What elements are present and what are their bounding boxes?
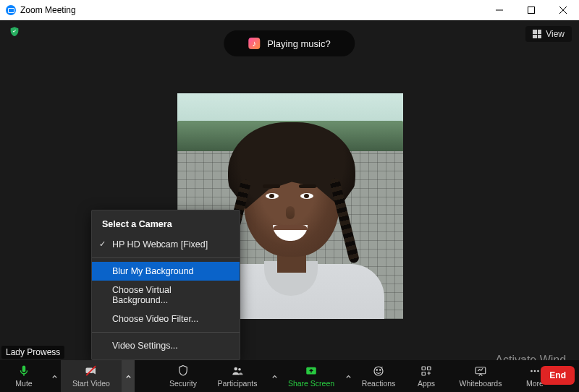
svg-rect-0 [528, 7, 535, 14]
window-close-button[interactable] [547, 0, 579, 20]
menu-divider [92, 332, 240, 333]
end-meeting-button[interactable]: End [541, 366, 575, 385]
security-button[interactable]: Security [159, 360, 207, 392]
start-video-button[interactable]: Start Video [61, 360, 122, 392]
shield-icon [176, 365, 190, 378]
playing-music-prompt[interactable]: ♪ Playing music? [224, 30, 355, 56]
svg-rect-10 [422, 367, 426, 370]
mute-label: Mute [15, 379, 32, 388]
mute-button[interactable]: Mute [0, 360, 48, 392]
reactions-label: Reactions [362, 379, 396, 388]
view-label: View [546, 29, 565, 39]
video-menu-header: Select a Camera [92, 216, 240, 235]
menu-divider [92, 257, 240, 258]
participants-icon [230, 365, 245, 378]
share-screen-button[interactable]: Share Screen [281, 360, 342, 392]
participants-caret[interactable] [268, 360, 281, 392]
microphone-icon [17, 365, 31, 378]
svg-point-14 [531, 370, 533, 372]
security-label: Security [169, 379, 197, 388]
apps-button[interactable]: Apps [402, 360, 450, 392]
audio-options-caret[interactable] [48, 360, 61, 392]
menu-item-virtual-background[interactable]: Choose Virtual Background... [92, 281, 240, 310]
svg-point-7 [374, 367, 383, 375]
whiteboards-label: Whiteboards [460, 379, 502, 388]
svg-point-16 [537, 370, 539, 372]
more-icon [528, 365, 542, 378]
whiteboard-icon [473, 365, 488, 378]
apps-label: Apps [418, 379, 435, 388]
start-video-label: Start Video [72, 379, 110, 388]
share-screen-caret[interactable] [342, 360, 355, 392]
window-minimize-button[interactable] [483, 0, 515, 20]
grid-icon [533, 30, 541, 38]
window-maximize-button[interactable] [515, 0, 547, 20]
video-options-menu: Select a Camera HP HD Webcam [Fixed] Blu… [91, 210, 240, 360]
reactions-button[interactable]: Reactions [355, 360, 402, 392]
whiteboards-button[interactable]: Whiteboards [450, 360, 511, 392]
window-titlebar: Zoom Meeting [0, 0, 579, 20]
svg-point-15 [534, 370, 536, 372]
svg-point-8 [376, 370, 378, 371]
meeting-toolbar: Mute Start Video Security Participants S… [0, 360, 579, 392]
svg-rect-11 [428, 367, 431, 370]
video-off-icon [84, 365, 98, 378]
participants-label: Participants [218, 379, 258, 388]
svg-rect-12 [422, 372, 426, 376]
zoom-app-icon [6, 5, 16, 15]
svg-point-5 [238, 368, 241, 371]
encryption-shield-icon[interactable] [9, 26, 20, 40]
smile-icon [371, 365, 386, 378]
menu-item-blur-background[interactable]: Blur My Background [92, 262, 240, 281]
end-label: End [549, 370, 566, 380]
participants-button[interactable]: Participants [207, 360, 268, 392]
svg-rect-1 [22, 366, 26, 372]
menu-item-video-filter[interactable]: Choose Video Filter... [92, 310, 240, 328]
menu-item-video-settings[interactable]: Video Settings... [92, 336, 240, 355]
view-layout-button[interactable]: View [525, 26, 572, 42]
meeting-stage: View ♪ Playing music? Lady Prowess Selec… [0, 20, 579, 360]
share-screen-icon [304, 365, 318, 378]
participant-name-label: Lady Prowess [1, 346, 64, 359]
camera-option-hp-webcam[interactable]: HP HD Webcam [Fixed] [92, 235, 240, 254]
video-options-caret[interactable] [122, 360, 135, 392]
window-title: Zoom Meeting [20, 5, 76, 15]
svg-point-9 [380, 370, 381, 371]
apps-icon [419, 365, 434, 378]
music-note-icon: ♪ [248, 38, 260, 49]
playing-music-text: Playing music? [267, 38, 330, 49]
share-screen-label: Share Screen [288, 379, 334, 388]
svg-point-4 [234, 367, 238, 371]
